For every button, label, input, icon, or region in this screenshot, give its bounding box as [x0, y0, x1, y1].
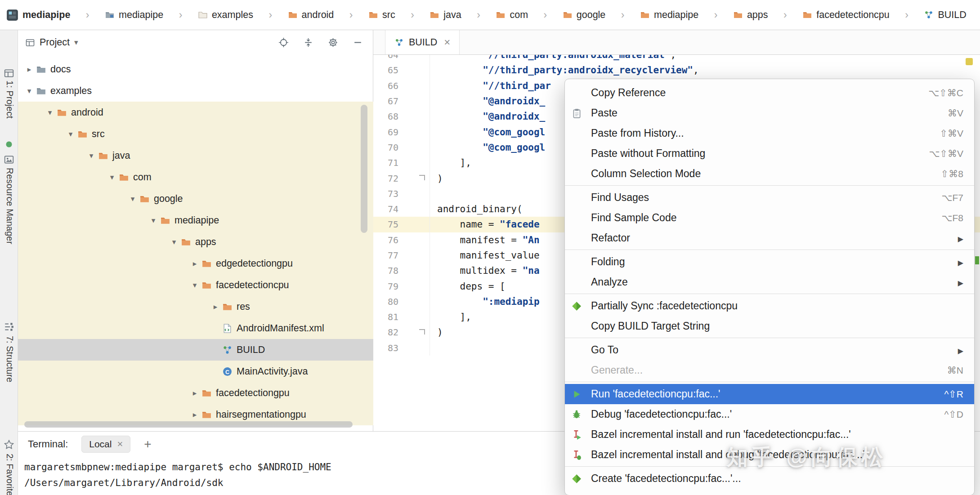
tab-label: BUILD [409, 37, 437, 48]
structure-icon[interactable] [4, 321, 14, 332]
status-dot-icon[interactable] [4, 139, 14, 150]
tree-item-build[interactable]: BUILD [18, 339, 373, 361]
tree-collapsed-arrow-icon[interactable]: ▸ [209, 302, 222, 312]
tree-expanded-arrow-icon[interactable]: ▾ [147, 216, 160, 225]
tree-item-java[interactable]: ▾java [18, 145, 373, 166]
project-horizontal-scrollbar[interactable] [24, 421, 353, 428]
tree-item-android[interactable]: ▾android [18, 102, 373, 123]
tree-item-mainactivity-java[interactable]: CMainActivity.java [18, 361, 373, 382]
play-icon [571, 388, 591, 400]
tree-expanded-arrow-icon[interactable]: ▾ [126, 194, 139, 204]
tree-expanded-arrow-icon[interactable]: ▾ [188, 281, 201, 290]
hide-panel-icon[interactable] [353, 37, 363, 48]
code-text: "@androidx_ [430, 111, 545, 122]
menu-item-analyze[interactable]: Analyze▶ [565, 272, 974, 292]
tree-item-com[interactable]: ▾com [18, 166, 373, 188]
folder-icon [563, 10, 573, 20]
submenu-arrow-icon: ▶ [940, 277, 963, 288]
tab-build[interactable]: BUILD × [385, 30, 460, 54]
tree-expanded-arrow-icon[interactable]: ▾ [105, 173, 119, 182]
folder-gray-icon [36, 86, 46, 96]
line-number: 69 [373, 127, 398, 138]
tree-item-mediapipe[interactable]: ▾mediapipe [18, 210, 373, 231]
menu-item-run-facedetectioncpu-fac[interactable]: Run 'facedetectioncpu:fac...'^⇧R [565, 384, 974, 404]
menu-item-refactor[interactable]: Refactor▶ [565, 228, 974, 248]
line-number: 70 [373, 142, 398, 153]
tree-collapsed-arrow-icon[interactable]: ▸ [188, 410, 201, 419]
tree-expanded-arrow-icon[interactable]: ▾ [85, 151, 98, 161]
fold-gutter[interactable] [398, 325, 430, 340]
close-icon[interactable]: × [444, 36, 450, 49]
tree-item-edgedetectiongpu[interactable]: ▸edgedetectiongpu [18, 253, 373, 274]
menu-item-paste[interactable]: Paste⌘V [565, 103, 974, 123]
breadcrumb-mediapipe[interactable]: mediapipe [105, 9, 163, 21]
menu-item-column-selection-mode[interactable]: Column Selection Mode⇧⌘8 [565, 164, 974, 184]
stripe-item-resource-manager[interactable]: Resource Manager [4, 168, 15, 244]
tree-item-examples[interactable]: ▾examples [18, 80, 373, 102]
gear-icon[interactable] [328, 37, 338, 48]
tree-item-docs[interactable]: ▸docs [18, 58, 373, 80]
menu-shortcut: ⌘N [929, 365, 963, 376]
locate-file-icon[interactable] [278, 37, 289, 48]
tree-item-src[interactable]: ▾src [18, 123, 373, 145]
tree-collapsed-arrow-icon[interactable]: ▸ [188, 259, 201, 268]
menu-item-go-to[interactable]: Go To▶ [565, 340, 974, 360]
tree-item-apps[interactable]: ▾apps [18, 231, 373, 253]
folder-icon [201, 410, 212, 420]
breadcrumb-src[interactable]: src [368, 9, 395, 21]
menu-item-debug-facedetectioncpu-fac[interactable]: Debug 'facedetectioncpu:fac...'^⇧D [565, 404, 974, 424]
project-panel-title[interactable]: Project [40, 37, 70, 48]
breadcrumb-com[interactable]: com [496, 9, 528, 21]
tree-item-label: docs [50, 64, 71, 75]
tree-item-res[interactable]: ▸res [18, 296, 373, 317]
menu-item-folding[interactable]: Folding▶ [565, 252, 974, 272]
breadcrumb-android[interactable]: android [288, 9, 334, 21]
breadcrumb-mediapipe[interactable]: mediapipe [640, 9, 698, 21]
menu-item-copy-build-target-string[interactable]: Copy BUILD Target String [565, 316, 974, 336]
breadcrumb-facedetectioncpu[interactable]: facedetectioncpu [802, 9, 890, 21]
collapse-all-icon[interactable] [303, 37, 313, 48]
inspections-indicator[interactable] [966, 58, 973, 65]
breadcrumb-java[interactable]: java [430, 9, 461, 21]
chevron-down-icon[interactable]: ▾ [74, 38, 78, 47]
menu-item-partially-sync-facedetectioncpu[interactable]: Partially Sync :facedetectioncpu [565, 296, 974, 316]
breadcrumb-mediapipe[interactable]: mediapipe [6, 9, 70, 21]
breadcrumb-build[interactable]: BUILD [924, 9, 966, 21]
tree-collapsed-arrow-icon[interactable]: ▸ [188, 388, 201, 398]
menu-item-copy-reference[interactable]: Copy Reference⌥⇧⌘C [565, 83, 974, 103]
line-number: 65 [373, 65, 398, 76]
menu-item-bazel-incremental-install-and-run-facedetectionc[interactable]: Bazel incremental install and run 'faced… [565, 424, 974, 445]
favorites-icon[interactable] [4, 439, 14, 450]
breadcrumb: mediapipe›mediapipe›examples›android›src… [0, 0, 980, 30]
line-number: 74 [373, 204, 398, 214]
stripe-item-structure[interactable]: 7: Structure [4, 336, 15, 382]
tree-collapsed-arrow-icon[interactable]: ▸ [22, 65, 36, 74]
tree-item-facedetectioncpu[interactable]: ▾facedetectioncpu [18, 274, 373, 296]
stripe-item-favorites[interactable]: 2: Favorites [4, 454, 15, 495]
tree-item-facedetectiongpu[interactable]: ▸facedetectiongpu [18, 382, 373, 404]
menu-item-find-sample-code[interactable]: Find Sample Code⌥F8 [565, 208, 974, 228]
menu-item-find-usages[interactable]: Find Usages⌥F7 [565, 187, 974, 208]
fold-gutter[interactable] [398, 170, 430, 186]
tree-expanded-arrow-icon[interactable]: ▾ [43, 108, 57, 117]
close-icon[interactable]: × [117, 438, 123, 450]
menu-item-paste-from-history[interactable]: Paste from History...⇧⌘V [565, 123, 974, 143]
code-text: name = "facede [430, 219, 540, 230]
project-vertical-scrollbar[interactable] [361, 105, 367, 233]
terminal-tab-local[interactable]: Local × [81, 436, 130, 453]
tree-expanded-arrow-icon[interactable]: ▾ [64, 129, 77, 139]
menu-item-paste-without-formatting[interactable]: Paste without Formatting⌥⇧⌘V [565, 143, 974, 164]
tree-expanded-arrow-icon[interactable]: ▾ [167, 237, 181, 247]
breadcrumb-examples[interactable]: examples [198, 9, 253, 21]
stripe-item-project[interactable]: 1: Project [4, 80, 15, 118]
breadcrumb-google[interactable]: google [563, 9, 606, 21]
project-tool-icon[interactable] [4, 68, 14, 79]
breadcrumb-apps[interactable]: apps [733, 9, 768, 21]
tree-item-google[interactable]: ▾google [18, 188, 373, 210]
tree-expanded-arrow-icon[interactable]: ▾ [22, 86, 36, 96]
fold-gutter [398, 109, 430, 124]
tree-item-androidmanifest-xml[interactable]: AndroidManifest.xml [18, 317, 373, 339]
resource-manager-icon[interactable] [4, 154, 14, 165]
menu-icon-spacer [571, 212, 591, 224]
add-terminal-button[interactable]: + [144, 437, 151, 451]
